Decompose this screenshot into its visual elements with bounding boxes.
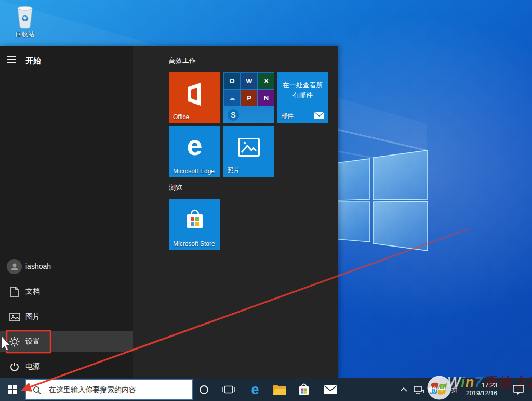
photos-icon — [238, 138, 260, 157]
edge-taskbar-button[interactable]: e — [247, 381, 263, 398]
text-caret — [47, 385, 47, 395]
recycle-bin-label: 回收站 — [5, 30, 45, 39]
taskbar: Win7系统之家 在这里输入你要搜索的内容 e — [0, 378, 532, 401]
windows-desktop: ♻ 回收站 开始 iashoah 文档 — [0, 0, 532, 401]
action-center-icon — [513, 385, 524, 395]
tile-mail-text: 在一处查看所有邮件 — [280, 80, 326, 100]
settings-label: 设置 — [25, 337, 40, 346]
tile-edge-label: Microsoft Edge — [173, 167, 215, 175]
start-menu-tiles-area: 高效工作 Office O W X ☁ P N S 在一处查看所有邮件 邮件 — [133, 46, 338, 378]
store-icon — [298, 383, 310, 396]
rail-item-documents[interactable]: 文档 — [0, 281, 133, 302]
clock-date: 2019/12/16 — [466, 390, 497, 397]
rail-item-pictures[interactable]: 图片 — [0, 306, 133, 327]
mail-envelope-icon — [314, 112, 324, 119]
mail-taskbar-button[interactable] — [322, 381, 339, 398]
user-avatar — [7, 259, 22, 274]
tile-photos[interactable]: 照片 — [223, 126, 274, 177]
document-icon — [8, 286, 21, 298]
tile-mail[interactable]: 在一处查看所有邮件 邮件 — [277, 72, 328, 123]
start-menu: 开始 iashoah 文档 — [0, 46, 338, 378]
word-mini-icon: W — [241, 73, 257, 89]
file-explorer-button[interactable] — [271, 381, 288, 398]
tray-clock[interactable]: 17:23 2019/12/16 — [463, 378, 500, 401]
pictures-icon — [8, 311, 21, 323]
outlook-mini-icon: O — [224, 73, 240, 89]
search-placeholder-text: 在这里输入你要搜索的内容 — [49, 385, 136, 395]
tray-ime-pinyin[interactable]: 拼 — [449, 378, 460, 401]
hamburger-menu-icon[interactable] — [7, 56, 18, 66]
recycle-bin-desktop-icon[interactable]: ♻ 回收站 — [5, 4, 45, 39]
speaker-icon — [427, 385, 437, 394]
tile-store-label: Microsoft Store — [173, 240, 215, 248]
task-view-button[interactable] — [220, 381, 237, 398]
tray-ime-mode[interactable]: 中 — [437, 378, 447, 401]
tile-edge[interactable]: e Microsoft Edge — [169, 126, 220, 177]
tile-mail-label: 邮件 — [281, 112, 294, 121]
search-icon — [33, 386, 42, 395]
tile-office-suite[interactable]: O W X ☁ P N S — [223, 72, 274, 123]
mail-icon — [324, 385, 337, 395]
action-center-button[interactable] — [511, 378, 526, 401]
network-ethernet-icon — [414, 385, 425, 394]
folder-icon — [272, 383, 287, 396]
cortana-button[interactable] — [195, 381, 212, 398]
taskbar-search-box[interactable]: 在这里输入你要搜索的内容 — [25, 379, 193, 400]
recycle-bin-icon: ♻ — [5, 4, 45, 29]
task-view-icon — [222, 384, 235, 395]
store-taskbar-button[interactable] — [296, 381, 312, 398]
section-title-productivity: 高效工作 — [169, 56, 196, 66]
person-icon — [10, 262, 19, 271]
excel-mini-icon: X — [258, 73, 274, 89]
rail-item-settings[interactable]: 设置 — [0, 331, 133, 352]
pictures-label: 图片 — [25, 312, 40, 321]
tile-office[interactable]: Office — [169, 72, 220, 123]
gear-icon — [8, 335, 21, 348]
rail-item-user[interactable]: iashoah — [0, 256, 133, 277]
tray-volume[interactable] — [426, 378, 437, 401]
documents-label: 文档 — [25, 287, 40, 296]
tile-office-label: Office — [173, 113, 189, 121]
section-title-browse: 浏览 — [169, 183, 182, 192]
power-icon — [8, 360, 21, 373]
rail-item-power[interactable]: 电源 — [0, 356, 133, 377]
tile-microsoft-store[interactable]: Microsoft Store — [169, 199, 220, 250]
onedrive-mini-icon: ☁ — [224, 90, 240, 106]
edge-icon: e — [251, 383, 259, 397]
cortana-circle-icon — [200, 385, 208, 394]
tile-photos-label: 照片 — [227, 166, 240, 175]
tray-show-hidden-icons[interactable] — [399, 378, 408, 401]
user-name-label: iashoah — [25, 262, 51, 270]
chevron-up-icon — [400, 387, 407, 392]
power-label: 电源 — [25, 362, 40, 371]
start-menu-left-rail: 开始 iashoah 文档 — [0, 46, 133, 378]
powerpoint-mini-icon: P — [241, 90, 257, 106]
pinyin-indicator: 拼 — [450, 385, 459, 394]
start-menu-title: 开始 — [25, 56, 41, 66]
start-button[interactable] — [0, 378, 25, 401]
store-bag-icon — [184, 208, 206, 231]
skype-mini-icon: S — [228, 109, 239, 121]
clock-time: 17:23 — [466, 382, 497, 390]
svg-text:♻: ♻ — [21, 14, 29, 23]
windows-logo-icon — [8, 385, 17, 394]
office-logo-icon — [184, 81, 206, 107]
onenote-mini-icon: N — [258, 90, 274, 106]
edge-logo-icon: e — [169, 129, 220, 161]
tray-network[interactable] — [413, 378, 426, 401]
